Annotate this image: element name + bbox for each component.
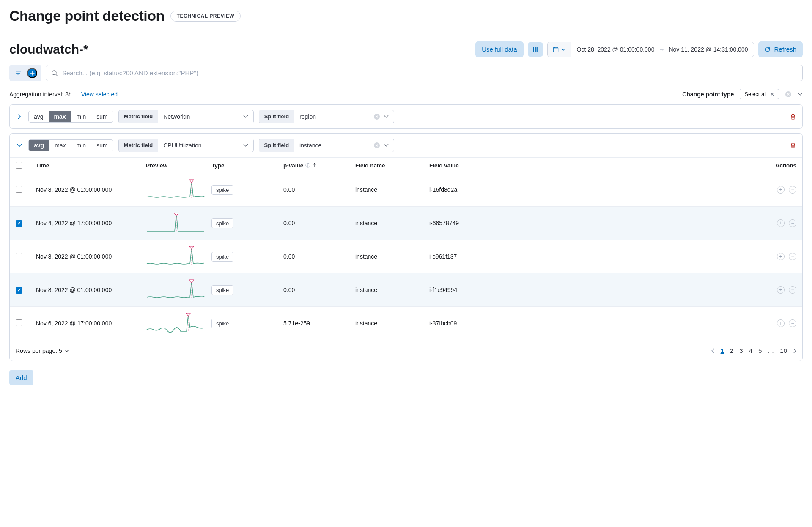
split-field-label: Split field xyxy=(259,139,295,152)
chevron-down-icon xyxy=(384,144,389,147)
split-field-combo[interactable]: Split field instance xyxy=(259,139,394,152)
search-input[interactable] xyxy=(62,65,797,81)
cell-time: Nov 8, 2022 @ 01:00:00.000 xyxy=(36,253,146,260)
page-5[interactable]: 5 xyxy=(758,347,762,354)
row-checkbox[interactable] xyxy=(16,319,22,326)
svg-rect-1 xyxy=(535,47,535,52)
config-panel-2: avgmaxminsum Metric field CPUUtilization… xyxy=(9,133,803,361)
col-field-value[interactable]: Field value xyxy=(429,162,754,169)
filter-out-button[interactable]: − xyxy=(789,253,796,260)
use-full-data-button[interactable]: Use full data xyxy=(475,41,523,57)
agg-option-avg[interactable]: avg xyxy=(29,140,49,151)
metric-field-value: CPUUtilization xyxy=(163,142,201,149)
col-type[interactable]: Type xyxy=(211,162,283,169)
add-config-button[interactable]: Add xyxy=(9,370,33,385)
chevron-down-icon[interactable] xyxy=(798,93,803,96)
agg-option-max[interactable]: max xyxy=(49,111,71,122)
config-row-2: avgmaxminsum Metric field CPUUtilization… xyxy=(10,134,802,158)
aggregation-selector[interactable]: avgmaxminsum xyxy=(28,111,113,123)
search-icon xyxy=(51,70,58,76)
info-row: Aggregation interval: 8h View selected C… xyxy=(9,87,803,104)
clear-split-icon[interactable] xyxy=(373,113,380,120)
chevron-left-icon xyxy=(711,348,715,353)
col-field-name[interactable]: Field name xyxy=(355,162,429,169)
date-range-picker[interactable]: Oct 28, 2022 @ 01:00:00.000 → Nov 11, 20… xyxy=(547,42,754,57)
chart-density-button[interactable] xyxy=(528,42,543,57)
collapse-button[interactable] xyxy=(16,143,23,147)
filter-in-button[interactable]: + xyxy=(777,186,785,194)
view-selected-link[interactable]: View selected xyxy=(81,91,118,98)
aggregation-selector[interactable]: avgmaxminsum xyxy=(28,139,113,151)
filter-out-button[interactable]: − xyxy=(789,219,796,227)
config-row-1: avgmaxminsum Metric field NetworkIn Spli… xyxy=(10,105,802,128)
clear-all-icon[interactable] xyxy=(785,91,792,98)
filter-in-button[interactable]: + xyxy=(777,319,785,327)
refresh-button[interactable]: Refresh xyxy=(758,41,803,57)
next-page-button[interactable] xyxy=(793,348,796,353)
cell-time: Nov 6, 2022 @ 17:00:00.000 xyxy=(36,320,146,327)
results-table: Time Preview Type p-value i Field name F… xyxy=(10,158,802,361)
filter-in-button[interactable]: + xyxy=(777,219,785,227)
page-1[interactable]: 1 xyxy=(721,347,724,354)
rows-per-page-selector[interactable]: Rows per page: 5 xyxy=(16,347,69,354)
metric-field-combo[interactable]: Metric field NetworkIn xyxy=(118,110,254,123)
filter-in-button[interactable]: + xyxy=(777,286,785,294)
metric-field-label: Metric field xyxy=(119,110,159,123)
filter-in-button[interactable]: + xyxy=(777,253,785,260)
row-checkbox[interactable] xyxy=(16,186,22,193)
chevron-down-icon xyxy=(561,48,565,51)
select-all-chip[interactable]: Select all ✕ xyxy=(740,89,779,99)
calendar-button[interactable] xyxy=(548,42,571,57)
col-pvalue[interactable]: p-value i xyxy=(283,162,355,169)
clear-split-icon[interactable] xyxy=(373,142,380,149)
page-3[interactable]: 3 xyxy=(739,347,743,354)
filter-out-button[interactable]: − xyxy=(789,286,796,294)
select-all-checkbox[interactable] xyxy=(16,162,22,169)
split-field-label: Split field xyxy=(259,110,295,123)
metric-field-value: NetworkIn xyxy=(163,113,190,120)
page-10[interactable]: 10 xyxy=(780,347,787,354)
agg-option-avg[interactable]: avg xyxy=(29,111,49,122)
cell-type: spike xyxy=(211,185,283,195)
row-checkbox[interactable] xyxy=(16,287,22,294)
cell-pvalue: 0.00 xyxy=(283,253,355,260)
cell-field-value: i-f1e94994 xyxy=(429,287,754,293)
delete-config-button[interactable] xyxy=(790,113,796,120)
add-filter-wrap xyxy=(27,65,41,81)
row-checkbox[interactable] xyxy=(16,220,22,227)
agg-option-sum[interactable]: sum xyxy=(91,140,112,151)
col-preview[interactable]: Preview xyxy=(146,162,211,169)
table-body: Nov 8, 2022 @ 01:00:00.000 spike 0.00 in… xyxy=(10,173,802,340)
cell-actions: + − xyxy=(754,319,796,327)
row-checkbox[interactable] xyxy=(16,253,22,259)
bar-density-icon xyxy=(532,46,538,52)
cell-field-name: instance xyxy=(355,287,429,293)
agg-option-min[interactable]: min xyxy=(71,111,91,122)
filter-menu-button[interactable] xyxy=(9,65,27,81)
agg-option-min[interactable]: min xyxy=(71,140,91,151)
close-icon[interactable]: ✕ xyxy=(770,91,774,97)
aggregation-interval-label: Aggregation interval: 8h xyxy=(9,91,72,98)
date-range-display[interactable]: Oct 28, 2022 @ 01:00:00.000 → Nov 11, 20… xyxy=(571,42,754,57)
col-time[interactable]: Time xyxy=(36,162,146,169)
page-4[interactable]: 4 xyxy=(749,347,752,354)
agg-option-max[interactable]: max xyxy=(49,140,71,151)
metric-field-combo[interactable]: Metric field CPUUtilization xyxy=(118,139,254,152)
sparkline-preview xyxy=(146,213,205,234)
filter-button-group xyxy=(9,65,41,81)
table-row: Nov 8, 2022 @ 01:00:00.000 spike 0.00 in… xyxy=(10,240,802,273)
expand-button[interactable] xyxy=(16,114,23,120)
sparkline-preview xyxy=(146,313,205,334)
split-field-combo[interactable]: Split field region xyxy=(259,110,394,123)
cell-actions: + − xyxy=(754,286,796,294)
add-filter-button[interactable] xyxy=(27,68,37,78)
filter-out-button[interactable]: − xyxy=(789,319,796,327)
page-2[interactable]: 2 xyxy=(730,347,733,354)
agg-option-sum[interactable]: sum xyxy=(91,111,112,122)
prev-page-button[interactable] xyxy=(711,348,715,353)
delete-config-button[interactable] xyxy=(790,142,796,149)
filter-out-button[interactable]: − xyxy=(789,186,796,194)
type-badge: spike xyxy=(211,218,233,228)
svg-rect-0 xyxy=(533,47,534,52)
arrow-right-icon: → xyxy=(658,46,664,53)
